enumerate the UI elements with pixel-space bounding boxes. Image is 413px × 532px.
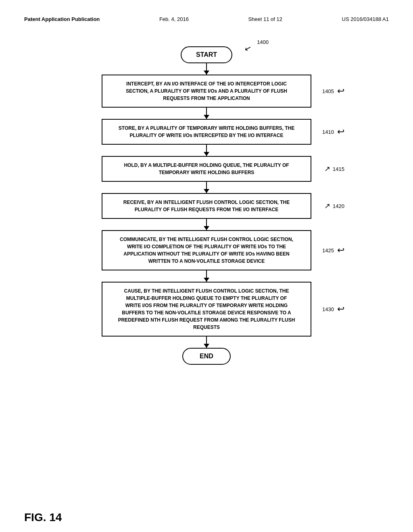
process-box-1425: COMMUNICATE, BY THE INTELLIGENT FLUSH CO… [102,230,311,270]
step-label-1410: 1410 ↩ [322,127,344,137]
arrow-6 [206,337,207,348]
arrow-2 [206,145,207,156]
header-patent-number: US 2016/034188 A1 [342,16,389,22]
process-box-1420: RECEIVE, BY AN INTELLIGENT FLUSH CONTROL… [102,193,311,219]
step-label-1405: 1405 ↩ [322,86,344,96]
end-shape: END [182,348,231,365]
arrow-4 [206,219,207,230]
curl-icon-1420-pre: ↗ [324,202,330,210]
arrow-5 [206,270,207,282]
step-row-1410: STORE, BY A PLURALITY OF TEMPORARY WRITE… [24,119,389,145]
arrow-1 [206,108,207,119]
step-row-1425: COMMUNICATE, BY THE INTELLIGENT FLUSH CO… [24,230,389,270]
process-box-1415: HOLD, BY A MULTIPLE-BUFFER HOLDING QUEUE… [102,156,311,182]
fig-label: FIG. 14 [24,511,62,524]
start-shape: START [181,46,232,63]
curl-icon-1405: ↩ [337,86,344,96]
step-row-1415: HOLD, BY A MULTIPLE-BUFFER HOLDING QUEUE… [24,156,389,182]
step-label-1430: 1430 ↩ [322,304,344,314]
arrow-0 [206,63,207,75]
arrow-3 [206,182,207,193]
step-row-1430: CAUSE, BY THE INTELLIGENT FLUSH CONTROL … [24,282,389,337]
step-label-1420: ↗ 1420 [324,202,344,210]
flowchart: START 1400 ↙ INTERCEPT, BY AN I/O INTERF… [24,46,389,365]
page-header: Patent Application Publication Feb. 4, 2… [24,16,389,22]
header-date: Feb. 4, 2016 [159,16,189,22]
process-box-1410: STORE, BY A PLURALITY OF TEMPORARY WRITE… [102,119,311,145]
process-box-1405: INTERCEPT, BY AN I/O INTERFACE OF THE I/… [102,75,311,108]
curl-icon-1425: ↩ [337,245,344,256]
start-wrapper: START 1400 ↙ [24,46,389,63]
header-publication-label: Patent Application Publication [24,16,100,22]
step-row-1405: INTERCEPT, BY AN I/O INTERFACE OF THE I/… [24,75,389,108]
header-sheet: Sheet 11 of 12 [248,16,282,22]
label-1400: 1400 ↙ [257,39,269,45]
process-box-1430: CAUSE, BY THE INTELLIGENT FLUSH CONTROL … [102,282,311,337]
curl-icon-1415-pre: ↗ [324,164,330,173]
page: Patent Application Publication Feb. 4, 2… [0,0,413,532]
step-label-1425: 1425 ↩ [322,245,344,256]
curl-icon-1410: ↩ [337,127,344,137]
step-row-1420: RECEIVE, BY AN INTELLIGENT FLUSH CONTROL… [24,193,389,219]
step-label-1415: ↗ 1415 [324,164,344,173]
curl-icon-1430: ↩ [337,304,344,314]
